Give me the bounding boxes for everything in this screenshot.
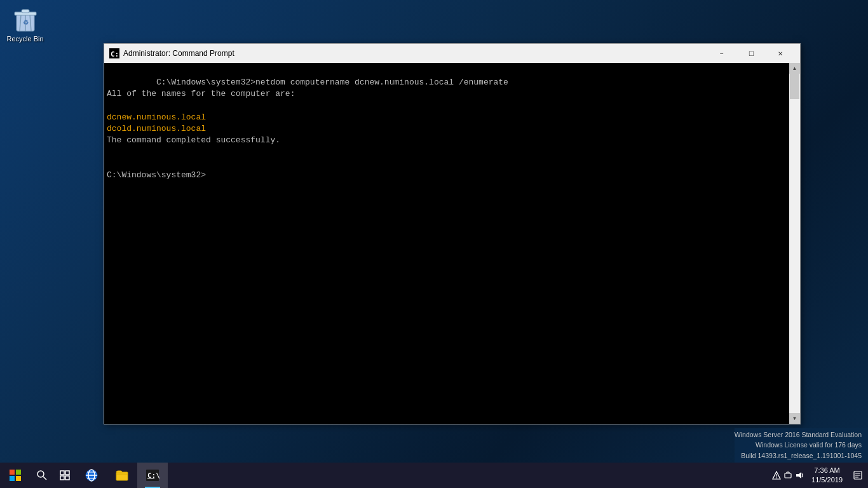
- svg-point-30: [776, 477, 777, 478]
- search-button[interactable]: [31, 463, 53, 488]
- svg-rect-16: [65, 471, 69, 475]
- svg-rect-12: [16, 476, 21, 481]
- cmd-scrollbar[interactable]: ▲ ▼: [789, 63, 800, 424]
- desktop: ♻ Recycle Bin C:\ Administrator: Command…: [0, 0, 868, 488]
- recycle-bin-icon[interactable]: ♻ Recycle Bin: [1, 3, 49, 45]
- recycle-bin-label: Recycle Bin: [6, 35, 43, 43]
- svg-rect-9: [10, 470, 15, 475]
- svg-rect-11: [10, 476, 15, 481]
- cmd-titlebar-icon: C:\: [109, 48, 119, 58]
- cmd-title-text: Administrator: Command Prompt: [123, 49, 707, 58]
- cmd-titlebar: C:\ Administrator: Command Prompt − ☐ ✕: [104, 44, 800, 63]
- cmd-output: C:\Windows\system32>netdom computername …: [107, 65, 787, 193]
- cmd-titlebar-buttons: − ☐ ✕: [707, 44, 795, 63]
- svg-text:♻: ♻: [22, 19, 28, 26]
- taskbar-sys-tray[interactable]: [770, 463, 806, 488]
- windows-info: Windows Server 2016 Standard Evaluation …: [735, 428, 868, 463]
- svg-rect-10: [16, 470, 21, 475]
- minimize-button[interactable]: −: [707, 44, 736, 63]
- start-button[interactable]: [0, 463, 31, 488]
- windows-info-line2: Windows License valid for 176 days: [735, 440, 862, 451]
- windows-info-line1: Windows Server 2016 Standard Evaluation: [735, 430, 862, 440]
- svg-rect-18: [65, 476, 69, 480]
- svg-point-13: [37, 471, 44, 477]
- taskbar-clock[interactable]: 7:36 AM 11/5/2019: [806, 463, 848, 488]
- svg-marker-35: [796, 472, 801, 478]
- taskbar: C:\: [0, 463, 868, 488]
- svg-rect-17: [60, 476, 64, 480]
- scrollbar-up[interactable]: ▲: [789, 63, 800, 74]
- svg-text:C:\: C:\: [111, 50, 119, 58]
- clock-time: 7:36 AM: [814, 466, 839, 475]
- taskbar-cmd[interactable]: C:\: [137, 463, 168, 488]
- scrollbar-track[interactable]: [789, 74, 800, 413]
- scrollbar-thumb[interactable]: [790, 74, 799, 99]
- task-view-button[interactable]: [53, 463, 76, 488]
- maximize-button[interactable]: ☐: [736, 44, 766, 63]
- windows-info-line3: Build 14393.rs1_release_1.191001-1045: [735, 451, 862, 461]
- svg-rect-31: [785, 473, 791, 478]
- cmd-content[interactable]: C:\Windows\system32>netdom computername …: [104, 63, 789, 424]
- svg-rect-24: [116, 472, 128, 480]
- action-center-button[interactable]: [848, 463, 868, 488]
- clock-date: 11/5/2019: [811, 475, 843, 485]
- svg-line-14: [43, 477, 46, 480]
- taskbar-ie[interactable]: [76, 463, 107, 488]
- svg-rect-15: [60, 471, 64, 475]
- svg-rect-5: [22, 10, 29, 13]
- cmd-window: C:\ Administrator: Command Prompt − ☐ ✕ …: [104, 43, 801, 424]
- close-button[interactable]: ✕: [766, 44, 795, 63]
- cmd-body: C:\Windows\system32>netdom computername …: [104, 63, 800, 424]
- taskbar-apps: C:\: [76, 463, 168, 488]
- taskbar-file-explorer[interactable]: [107, 463, 137, 488]
- scrollbar-down[interactable]: ▼: [789, 413, 800, 424]
- recycle-bin-graphic: ♻: [13, 6, 38, 34]
